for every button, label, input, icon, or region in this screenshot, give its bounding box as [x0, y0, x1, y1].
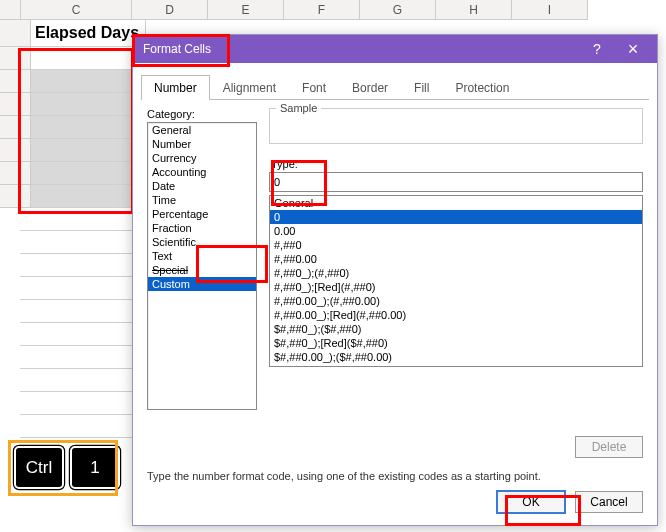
cell[interactable]	[20, 392, 135, 415]
format-item[interactable]: General	[270, 196, 642, 210]
category-date[interactable]: Date	[148, 179, 256, 193]
sample-box: Sample	[269, 108, 643, 144]
cell[interactable]	[31, 93, 146, 116]
col-header[interactable]: H	[436, 0, 512, 20]
cell[interactable]	[20, 346, 135, 369]
format-item[interactable]: 0.00	[270, 224, 642, 238]
category-accounting[interactable]: Accounting	[148, 165, 256, 179]
tab-font[interactable]: Font	[289, 75, 339, 100]
close-button[interactable]: ×	[615, 39, 651, 60]
category-custom[interactable]: Custom	[148, 277, 256, 291]
cell[interactable]	[20, 231, 135, 254]
cell[interactable]	[31, 139, 146, 162]
category-percentage[interactable]: Percentage	[148, 207, 256, 221]
format-item[interactable]: #,##0_);[Red](#,##0)	[270, 280, 642, 294]
tab-alignment[interactable]: Alignment	[210, 75, 289, 100]
type-label: Type:	[271, 158, 643, 170]
tabstrip: Number Alignment Font Border Fill Protec…	[141, 75, 649, 100]
cell[interactable]	[20, 254, 135, 277]
ok-button[interactable]: OK	[497, 491, 565, 513]
format-item[interactable]: $#,##0_);($#,##0)	[270, 322, 642, 336]
cell[interactable]	[20, 208, 135, 231]
cell[interactable]	[31, 162, 146, 185]
col-header[interactable]: E	[208, 0, 284, 20]
tab-number[interactable]: Number	[141, 75, 210, 100]
type-input[interactable]	[269, 172, 643, 192]
header-elapsed-days[interactable]: Elapsed Days	[31, 20, 146, 47]
key-ctrl: Ctrl	[14, 446, 64, 489]
format-item[interactable]: 0	[270, 210, 642, 224]
cell[interactable]	[31, 185, 146, 208]
tab-border[interactable]: Border	[339, 75, 401, 100]
category-general[interactable]: General	[148, 123, 256, 137]
cell[interactable]	[31, 70, 146, 93]
dialog-title: Format Cells	[143, 42, 211, 56]
format-item[interactable]: $#,##0_);[Red]($#,##0)	[270, 336, 642, 350]
format-item[interactable]: #,##0	[270, 238, 642, 252]
format-item[interactable]: #,##0.00_);[Red](#,##0.00)	[270, 308, 642, 322]
col-header-gutter	[0, 0, 21, 20]
format-cells-dialog: Format Cells ? × Number Alignment Font B…	[132, 34, 658, 526]
category-time[interactable]: Time	[148, 193, 256, 207]
format-item[interactable]: #,##0_);(#,##0)	[270, 266, 642, 280]
cell[interactable]	[20, 277, 135, 300]
col-header[interactable]: G	[360, 0, 436, 20]
column-headers-right: D E F G H I	[132, 0, 666, 20]
dialog-footer: OK Cancel	[497, 491, 643, 513]
cell[interactable]	[20, 300, 135, 323]
category-fraction[interactable]: Fraction	[148, 221, 256, 235]
cell[interactable]	[20, 323, 135, 346]
cell[interactable]	[20, 369, 135, 392]
tab-protection[interactable]: Protection	[442, 75, 522, 100]
sample-label: Sample	[276, 102, 321, 114]
category-special[interactable]: Special	[148, 263, 256, 277]
col-header-c[interactable]: C	[21, 0, 132, 20]
cell[interactable]	[31, 116, 146, 139]
tab-fill[interactable]: Fill	[401, 75, 442, 100]
cell[interactable]	[31, 47, 146, 70]
category-label: Category:	[147, 108, 257, 120]
format-item[interactable]: #,##0.00	[270, 252, 642, 266]
format-item[interactable]: #,##0.00_);(#,##0.00)	[270, 294, 642, 308]
hint-text: Type the number format code, using one o…	[133, 458, 657, 494]
category-text[interactable]: Text	[148, 249, 256, 263]
category-list[interactable]: General Number Currency Accounting Date …	[147, 122, 257, 410]
category-currency[interactable]: Currency	[148, 151, 256, 165]
cell[interactable]	[20, 415, 135, 438]
cancel-button[interactable]: Cancel	[575, 491, 643, 513]
help-button[interactable]: ?	[579, 41, 615, 57]
dialog-titlebar[interactable]: Format Cells ? ×	[133, 35, 657, 63]
delete-button[interactable]: Delete	[575, 436, 643, 458]
format-item[interactable]: $#,##0.00_);($#,##0.00)	[270, 350, 642, 364]
category-number[interactable]: Number	[148, 137, 256, 151]
col-header[interactable]: F	[284, 0, 360, 20]
col-header[interactable]: D	[132, 0, 208, 20]
format-list[interactable]: General 0 0.00 #,##0 #,##0.00 #,##0_);(#…	[269, 195, 643, 367]
category-scientific[interactable]: Scientific	[148, 235, 256, 249]
col-header[interactable]: I	[512, 0, 588, 20]
shortcut-keys: Ctrl 1	[14, 446, 120, 489]
key-1: 1	[70, 446, 120, 489]
